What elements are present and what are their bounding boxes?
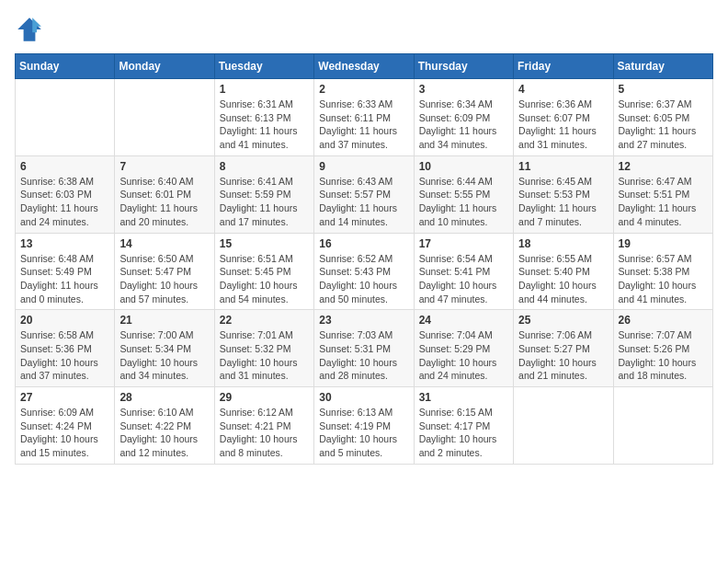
calendar-cell: 30Sunrise: 6:13 AM Sunset: 4:19 PM Dayli… — [314, 387, 414, 465]
day-info: Sunrise: 6:37 AM Sunset: 6:05 PM Dayligh… — [619, 98, 708, 152]
calendar-cell — [613, 387, 712, 465]
day-info: Sunrise: 6:40 AM Sunset: 6:01 PM Dayligh… — [119, 175, 209, 229]
calendar-week-row: 6Sunrise: 6:38 AM Sunset: 6:03 PM Daylig… — [16, 155, 713, 233]
day-number: 3 — [419, 83, 508, 96]
day-number: 15 — [220, 237, 309, 250]
calendar-cell: 29Sunrise: 6:12 AM Sunset: 4:21 PM Dayli… — [214, 387, 313, 465]
day-header-sunday: Sunday — [16, 54, 115, 79]
day-number: 31 — [419, 391, 508, 404]
calendar-cell: 1Sunrise: 6:31 AM Sunset: 6:13 PM Daylig… — [214, 79, 313, 156]
day-number: 17 — [419, 237, 508, 250]
day-number: 11 — [518, 160, 608, 173]
day-number: 1 — [220, 83, 309, 96]
day-number: 4 — [518, 83, 608, 96]
calendar-cell: 23Sunrise: 7:03 AM Sunset: 5:31 PM Dayli… — [314, 310, 414, 387]
calendar-week-row: 20Sunrise: 6:58 AM Sunset: 5:36 PM Dayli… — [16, 310, 713, 387]
day-info: Sunrise: 6:15 AM Sunset: 4:17 PM Dayligh… — [419, 406, 508, 460]
day-number: 20 — [20, 314, 109, 327]
calendar-cell: 15Sunrise: 6:51 AM Sunset: 5:45 PM Dayli… — [214, 233, 313, 310]
day-number: 24 — [419, 314, 508, 327]
day-info: Sunrise: 6:51 AM Sunset: 5:45 PM Dayligh… — [220, 252, 309, 306]
calendar-cell: 3Sunrise: 6:34 AM Sunset: 6:09 PM Daylig… — [414, 79, 513, 156]
day-info: Sunrise: 7:07 AM Sunset: 5:26 PM Dayligh… — [619, 328, 708, 383]
day-header-wednesday: Wednesday — [314, 54, 414, 79]
day-info: Sunrise: 6:54 AM Sunset: 5:41 PM Dayligh… — [419, 252, 508, 306]
day-info: Sunrise: 6:31 AM Sunset: 6:13 PM Dayligh… — [220, 98, 309, 152]
day-number: 5 — [619, 83, 708, 96]
calendar-cell — [115, 79, 214, 156]
day-number: 14 — [119, 237, 209, 250]
calendar-cell — [514, 387, 613, 465]
day-info: Sunrise: 6:13 AM Sunset: 4:19 PM Dayligh… — [319, 406, 408, 460]
day-info: Sunrise: 6:47 AM Sunset: 5:51 PM Dayligh… — [619, 175, 708, 229]
calendar-header-row: SundayMondayTuesdayWednesdayThursdayFrid… — [16, 54, 713, 79]
logo — [15, 15, 48, 44]
calendar-cell: 9Sunrise: 6:43 AM Sunset: 5:57 PM Daylig… — [314, 155, 414, 233]
calendar-cell: 13Sunrise: 6:48 AM Sunset: 5:49 PM Dayli… — [16, 233, 115, 310]
calendar-week-row: 13Sunrise: 6:48 AM Sunset: 5:49 PM Dayli… — [16, 233, 713, 310]
day-info: Sunrise: 6:45 AM Sunset: 5:53 PM Dayligh… — [518, 175, 608, 229]
day-number: 22 — [220, 314, 309, 327]
day-info: Sunrise: 6:48 AM Sunset: 5:49 PM Dayligh… — [20, 252, 109, 306]
day-info: Sunrise: 6:10 AM Sunset: 4:22 PM Dayligh… — [119, 406, 209, 460]
calendar-cell: 7Sunrise: 6:40 AM Sunset: 6:01 PM Daylig… — [115, 155, 214, 233]
calendar-week-row: 1Sunrise: 6:31 AM Sunset: 6:13 PM Daylig… — [16, 79, 713, 156]
day-number: 28 — [119, 391, 209, 404]
calendar-cell: 17Sunrise: 6:54 AM Sunset: 5:41 PM Dayli… — [414, 233, 513, 310]
day-info: Sunrise: 6:50 AM Sunset: 5:47 PM Dayligh… — [119, 252, 209, 306]
calendar-cell: 22Sunrise: 7:01 AM Sunset: 5:32 PM Dayli… — [214, 310, 313, 387]
calendar-cell: 14Sunrise: 6:50 AM Sunset: 5:47 PM Dayli… — [115, 233, 214, 310]
day-info: Sunrise: 6:41 AM Sunset: 5:59 PM Dayligh… — [220, 175, 309, 229]
calendar-cell: 19Sunrise: 6:57 AM Sunset: 5:38 PM Dayli… — [613, 233, 712, 310]
day-number: 25 — [518, 314, 608, 327]
day-number: 12 — [619, 160, 708, 173]
day-number: 10 — [419, 160, 508, 173]
day-number: 7 — [119, 160, 209, 173]
calendar-cell: 24Sunrise: 7:04 AM Sunset: 5:29 PM Dayli… — [414, 310, 513, 387]
day-number: 19 — [619, 237, 708, 250]
svg-marker-1 — [32, 17, 41, 32]
calendar-cell: 8Sunrise: 6:41 AM Sunset: 5:59 PM Daylig… — [214, 155, 313, 233]
day-info: Sunrise: 7:01 AM Sunset: 5:32 PM Dayligh… — [220, 328, 309, 383]
day-number: 2 — [319, 83, 408, 96]
day-header-friday: Friday — [514, 54, 613, 79]
calendar-cell: 28Sunrise: 6:10 AM Sunset: 4:22 PM Dayli… — [115, 387, 214, 465]
calendar-cell: 6Sunrise: 6:38 AM Sunset: 6:03 PM Daylig… — [16, 155, 115, 233]
calendar-cell: 11Sunrise: 6:45 AM Sunset: 5:53 PM Dayli… — [514, 155, 613, 233]
calendar-cell: 26Sunrise: 7:07 AM Sunset: 5:26 PM Dayli… — [613, 310, 712, 387]
day-number: 29 — [220, 391, 309, 404]
day-info: Sunrise: 6:34 AM Sunset: 6:09 PM Dayligh… — [419, 98, 508, 152]
day-number: 9 — [319, 160, 408, 173]
day-info: Sunrise: 6:12 AM Sunset: 4:21 PM Dayligh… — [220, 406, 309, 460]
day-info: Sunrise: 6:55 AM Sunset: 5:40 PM Dayligh… — [518, 252, 608, 306]
calendar-cell: 16Sunrise: 6:52 AM Sunset: 5:43 PM Dayli… — [314, 233, 414, 310]
day-number: 13 — [20, 237, 109, 250]
day-info: Sunrise: 6:52 AM Sunset: 5:43 PM Dayligh… — [319, 252, 408, 306]
day-header-thursday: Thursday — [414, 54, 513, 79]
day-info: Sunrise: 7:06 AM Sunset: 5:27 PM Dayligh… — [518, 328, 608, 383]
day-info: Sunrise: 7:00 AM Sunset: 5:34 PM Dayligh… — [119, 328, 209, 383]
day-header-saturday: Saturday — [613, 54, 712, 79]
day-number: 6 — [20, 160, 109, 173]
day-info: Sunrise: 6:58 AM Sunset: 5:36 PM Dayligh… — [20, 328, 109, 383]
calendar-cell: 21Sunrise: 7:00 AM Sunset: 5:34 PM Dayli… — [115, 310, 214, 387]
day-number: 27 — [20, 391, 109, 404]
calendar-cell: 2Sunrise: 6:33 AM Sunset: 6:11 PM Daylig… — [314, 79, 414, 156]
day-number: 23 — [319, 314, 408, 327]
day-info: Sunrise: 7:03 AM Sunset: 5:31 PM Dayligh… — [319, 328, 408, 383]
day-info: Sunrise: 6:43 AM Sunset: 5:57 PM Dayligh… — [319, 175, 408, 229]
calendar-cell: 27Sunrise: 6:09 AM Sunset: 4:24 PM Dayli… — [16, 387, 115, 465]
day-number: 16 — [319, 237, 408, 250]
calendar-cell: 10Sunrise: 6:44 AM Sunset: 5:55 PM Dayli… — [414, 155, 513, 233]
day-info: Sunrise: 6:33 AM Sunset: 6:11 PM Dayligh… — [319, 98, 408, 152]
calendar-cell: 18Sunrise: 6:55 AM Sunset: 5:40 PM Dayli… — [514, 233, 613, 310]
calendar-cell: 5Sunrise: 6:37 AM Sunset: 6:05 PM Daylig… — [613, 79, 712, 156]
day-number: 26 — [619, 314, 708, 327]
day-number: 8 — [220, 160, 309, 173]
calendar-cell: 31Sunrise: 6:15 AM Sunset: 4:17 PM Dayli… — [414, 387, 513, 465]
day-header-monday: Monday — [115, 54, 214, 79]
calendar-cell: 20Sunrise: 6:58 AM Sunset: 5:36 PM Dayli… — [16, 310, 115, 387]
day-number: 18 — [518, 237, 608, 250]
logo-icon — [15, 15, 44, 44]
day-info: Sunrise: 6:36 AM Sunset: 6:07 PM Dayligh… — [518, 98, 608, 152]
